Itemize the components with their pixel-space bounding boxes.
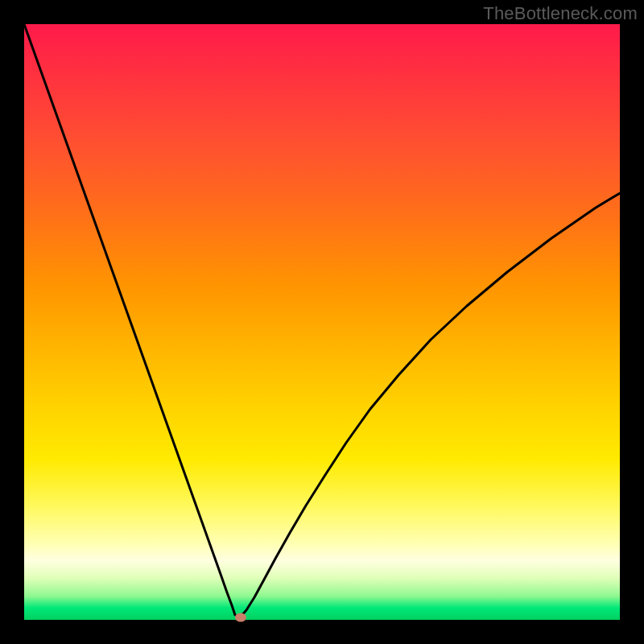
chart-frame: TheBottleneck.com bbox=[0, 0, 644, 644]
plot-area bbox=[24, 24, 620, 620]
min-point-marker bbox=[235, 613, 246, 622]
bottleneck-curve bbox=[24, 24, 620, 617]
watermark-text: TheBottleneck.com bbox=[483, 3, 638, 24]
curve-svg bbox=[24, 24, 620, 620]
